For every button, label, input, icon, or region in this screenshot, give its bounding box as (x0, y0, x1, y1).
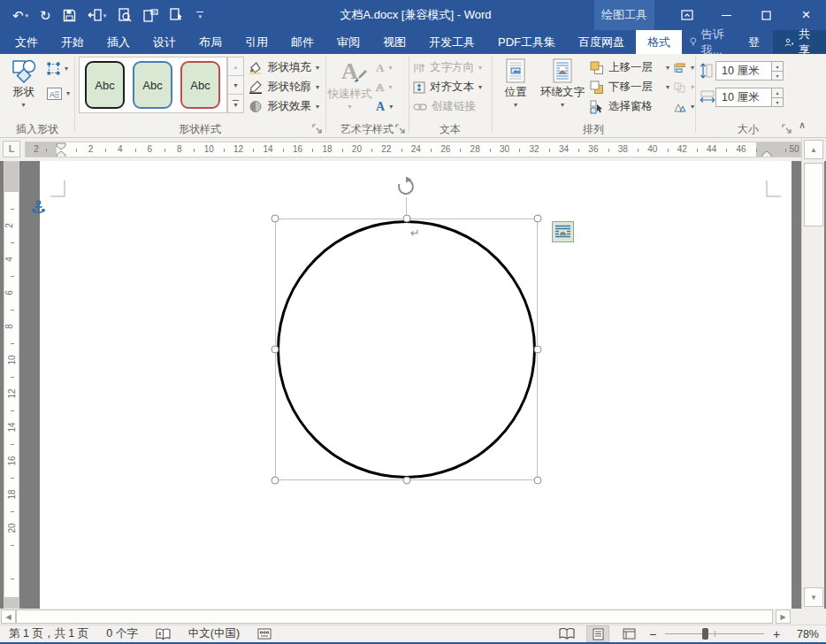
shape-fill-button[interactable]: 形状填充▾ (249, 58, 319, 77)
shape-height-spinner: ▴ ▾ (772, 61, 784, 80)
shapes-button[interactable]: 形状 ▾ (3, 56, 44, 120)
gallery-more-icon[interactable]: ▼ (227, 95, 244, 113)
height-spin-up-icon[interactable]: ▴ (772, 61, 784, 71)
vertical-scrollbar[interactable]: ▲ ▼ (801, 138, 824, 609)
zoom-level[interactable]: 78% (789, 628, 819, 640)
zoom-in-button[interactable]: + (772, 627, 781, 641)
align-objects-button[interactable]: ▾ (673, 58, 694, 77)
ruler-number: 8 (4, 324, 14, 329)
shape-style-thumbnail-2[interactable]: Abc (133, 61, 172, 109)
read-mode-icon[interactable] (555, 625, 578, 642)
send-document-icon[interactable] (143, 9, 158, 22)
shape-style-thumbnail-1[interactable]: Abc (85, 61, 125, 109)
tab-developer[interactable]: 开发工具 (417, 30, 486, 54)
height-spin-down-icon[interactable]: ▾ (772, 71, 784, 81)
rotate-objects-button[interactable]: ▾ (673, 97, 694, 116)
width-spin-down-icon[interactable]: ▾ (772, 97, 784, 108)
layout-options-button[interactable] (552, 221, 574, 242)
tab-stop-selector[interactable]: L (3, 141, 20, 157)
send-backward-button[interactable]: 下移一层▾ (590, 78, 669, 96)
shape-resize-handle[interactable] (534, 215, 542, 223)
zoom-slider-handle[interactable] (702, 628, 708, 640)
zoom-slider[interactable] (665, 625, 764, 642)
tab-view[interactable]: 视图 (371, 30, 417, 54)
tab-review[interactable]: 审阅 (325, 30, 371, 54)
input-method-icon[interactable] (257, 628, 272, 640)
scroll-down-icon[interactable]: ▼ (804, 587, 823, 607)
sign-in-button[interactable]: 登录 (740, 30, 773, 54)
shape-style-gallery: AbcAbcAbc (79, 57, 227, 113)
tab-design[interactable]: 设计 (141, 30, 187, 54)
text-effects-button[interactable]: A▾ (376, 97, 393, 116)
tab-layout[interactable]: 布局 (187, 30, 233, 54)
gallery-scroll-down-icon[interactable]: ▼ (227, 76, 244, 95)
tab-pdf-toolkit[interactable]: PDF工具集 (486, 30, 567, 54)
create-link-button: 创建链接 (413, 97, 476, 116)
scroll-right-icon[interactable]: ▶ (776, 610, 791, 624)
shape-resize-handle[interactable] (402, 477, 410, 485)
tab-format[interactable]: 格式 (636, 30, 682, 54)
paste-special-icon[interactable]: ▾ (88, 9, 107, 22)
shape-resize-handle[interactable] (534, 346, 542, 354)
shape-outline-button[interactable]: 形状轮廓▾ (249, 78, 319, 96)
shape-width-field[interactable]: 10 厘米 (715, 88, 772, 107)
align-text-button[interactable]: 对齐文本▾ (413, 78, 482, 96)
scroll-left-icon[interactable]: ◀ (1, 610, 16, 624)
bring-forward-button[interactable]: 上移一层▾ (590, 58, 669, 77)
right-indent-marker[interactable] (761, 150, 772, 157)
tab-home[interactable]: 开始 (50, 30, 96, 54)
print-layout-icon[interactable] (586, 625, 609, 642)
page-number-indicator[interactable]: 第 1 页，共 1 页 (9, 626, 88, 641)
tell-me-button[interactable]: 告诉我... (682, 30, 740, 54)
rotation-handle-icon[interactable] (395, 176, 417, 196)
save-icon[interactable] (63, 9, 76, 22)
tab-insert[interactable]: 插入 (96, 30, 141, 54)
shape-effects-button[interactable]: 形状效果▾ (249, 97, 319, 116)
text-box-button[interactable]: A ▾ (47, 84, 70, 103)
tab-baidu-netdisk[interactable]: 百度网盘 (567, 30, 636, 54)
edit-shape-button[interactable]: ▾ (47, 59, 68, 78)
tab-mailings[interactable]: 邮件 (279, 30, 325, 54)
shape-height-field[interactable]: 10 厘米 (715, 61, 772, 80)
proofing-status-icon[interactable] (156, 628, 171, 640)
customize-quick-access-toolbar-icon[interactable]: ▾ (196, 12, 203, 19)
wrap-text-button[interactable]: 环绕文字 ▾ (537, 56, 588, 120)
collapse-ribbon-icon[interactable]: ∧ (799, 119, 806, 131)
shape-resize-handle[interactable] (534, 477, 542, 485)
repeat-icon[interactable]: ↻ (40, 9, 51, 22)
shape-style-thumbnail-3[interactable]: Abc (180, 61, 220, 109)
web-layout-icon[interactable] (617, 625, 640, 642)
ruler-number: 18 (322, 144, 332, 154)
undo-icon[interactable]: ↶▾ (12, 9, 28, 22)
shape-resize-handle[interactable] (272, 346, 279, 354)
shape-resize-handle[interactable] (272, 477, 279, 485)
word-count-indicator[interactable]: 0 个字 (106, 626, 137, 641)
width-spin-up-icon[interactable]: ▴ (772, 88, 784, 97)
horizontal-scrollbar[interactable]: ◀ ▶ (0, 609, 826, 625)
share-button[interactable]: 共享 (773, 30, 826, 54)
scroll-up-icon[interactable]: ▲ (804, 140, 823, 159)
tab-references[interactable]: 引用 (233, 30, 279, 54)
print-preview-icon[interactable] (118, 8, 132, 22)
ruler-number: 36 (588, 144, 598, 154)
wordart-dialog-launcher-icon[interactable] (395, 124, 406, 134)
position-button[interactable]: 位置 ▾ (496, 56, 535, 120)
zoom-out-button[interactable]: − (648, 627, 657, 641)
shape-styles-dialog-launcher-icon[interactable] (312, 124, 323, 134)
tab-file[interactable]: 文件 (4, 30, 50, 54)
size-dialog-launcher-icon[interactable] (782, 124, 792, 134)
hanging-indent-marker[interactable] (56, 150, 66, 157)
maximize-icon[interactable] (746, 0, 786, 30)
circle-shape[interactable] (277, 220, 536, 479)
ruler-tick (371, 149, 372, 152)
shape-resize-handle[interactable] (272, 215, 279, 223)
language-indicator[interactable]: 中文(中国) (188, 626, 240, 641)
vertical-scrollbar-thumb[interactable] (804, 163, 823, 226)
ruler-tick (11, 377, 14, 378)
select-paste-icon[interactable] (170, 8, 185, 22)
selection-pane-button[interactable]: 选择窗格 (590, 97, 669, 116)
shape-resize-handle[interactable] (402, 215, 410, 223)
first-line-indent-marker[interactable] (56, 142, 66, 150)
ruler-number: 32 (529, 144, 539, 154)
horizontal-scrollbar-thumb[interactable] (16, 610, 773, 624)
